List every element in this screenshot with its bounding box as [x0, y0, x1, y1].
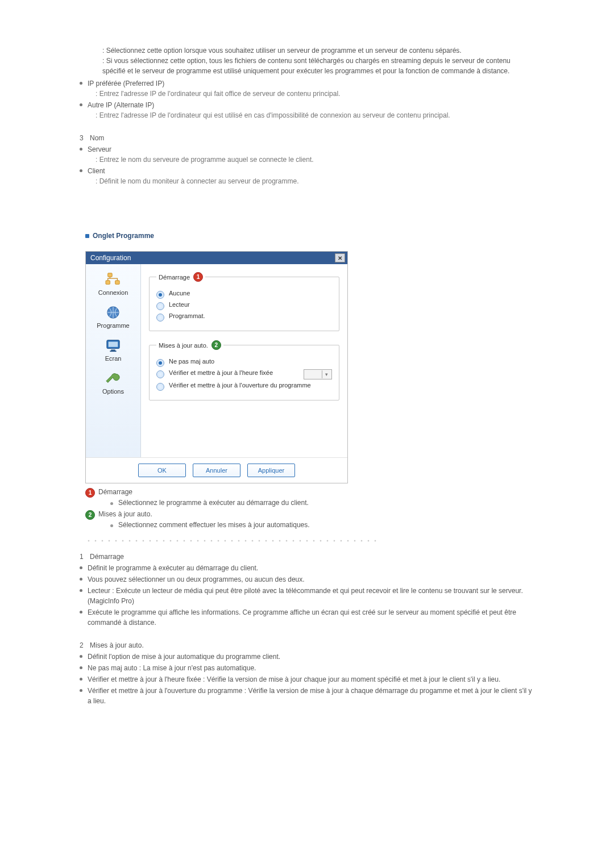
- section-1-title: Démarrage: [90, 553, 124, 561]
- radio-label: Lecteur: [169, 301, 190, 308]
- svg-rect-2: [115, 281, 119, 285]
- configuration-dialog: Configuration ✕ Connexion Programme Ecra…: [85, 251, 348, 483]
- sidebar-item-label: Connexion: [98, 289, 128, 296]
- network-icon: [105, 272, 122, 287]
- ip-preferred-desc: : Entrez l'adresse IP de l'ordinateur qu…: [88, 89, 534, 99]
- sidebar-item-connexion[interactable]: Connexion: [90, 272, 136, 296]
- group-maj-auto: Mises à jour auto. 2 Ne pas maj auto Vér…: [149, 340, 339, 400]
- group-maj-legend: Mises à jour auto.: [159, 342, 208, 349]
- section-2-list: Définit l'option de mise à jour automati…: [80, 652, 534, 706]
- dialog-panel: Démarrage 1 Aucune Lecteur Programmat.: [141, 264, 347, 457]
- radio-time-fixed[interactable]: Vérifier et mettre à jour à l'heure fixé…: [156, 369, 332, 379]
- dialog-title: Configuration: [90, 254, 131, 262]
- section-3-number: 3: [80, 134, 90, 142]
- radio-label: Programmat.: [169, 312, 205, 319]
- radio-aucune[interactable]: Aucune: [156, 290, 332, 299]
- ok-button[interactable]: OK: [138, 464, 186, 477]
- tab-heading: Onglet Programme: [85, 232, 534, 240]
- tab-heading-text: Onglet Programme: [93, 232, 154, 240]
- list-item: Ne pas maj auto : La mise à jour n'est p…: [80, 663, 534, 673]
- client-desc: : Définit le nom du moniteur à connecter…: [88, 176, 534, 186]
- radio-icon: [156, 302, 164, 310]
- radio-lecteur[interactable]: Lecteur: [156, 301, 332, 310]
- dialog-sidebar: Connexion Programme Ecran Options: [86, 264, 141, 457]
- svg-rect-6: [111, 349, 115, 350]
- radio-icon: [156, 370, 164, 378]
- sidebar-item-label: Ecran: [105, 355, 122, 362]
- dialog-titlebar[interactable]: Configuration ✕: [86, 252, 347, 264]
- dialog-button-row: OK Annuler Appliquer: [86, 457, 347, 483]
- badge-1-icon: 1: [193, 272, 203, 282]
- chevron-down-icon: ▾: [322, 370, 330, 378]
- radio-on-open[interactable]: Vérifier et mettre à jour à l'ouverture …: [156, 382, 332, 391]
- radio-icon: [156, 359, 164, 367]
- client-title: Client: [88, 167, 105, 175]
- radio-label: Vérifier et mettre à jour à l'ouverture …: [169, 382, 311, 389]
- intro-paragraph-2: : Si vous sélectionnez cette option, tou…: [102, 56, 534, 76]
- svg-rect-7: [110, 350, 116, 352]
- heading-dot-icon: [85, 234, 89, 238]
- group-demarrage: Démarrage 1 Aucune Lecteur Programmat.: [149, 272, 339, 331]
- close-icon[interactable]: ✕: [335, 253, 345, 262]
- dotted-divider: [85, 539, 381, 542]
- radio-icon: [156, 291, 164, 299]
- list-item: Définit le programme à exécuter au démar…: [80, 563, 534, 573]
- radio-programmat[interactable]: Programmat.: [156, 312, 332, 322]
- cancel-button[interactable]: Annuler: [193, 464, 240, 477]
- section-1-list: Définit le programme à exécuter au démar…: [80, 563, 534, 628]
- radio-label: Vérifier et mettre à jour à l'heure fixé…: [169, 369, 299, 376]
- radio-icon: [156, 314, 164, 322]
- note-1: 1 Démarrage: [85, 488, 534, 498]
- ip-list: IP préférée (Preferred IP) : Entrez l'ad…: [80, 78, 534, 120]
- section-2-number: 2: [80, 641, 90, 649]
- section-1-number: 1: [80, 553, 90, 561]
- sidebar-item-options[interactable]: Options: [90, 371, 136, 395]
- server-title: Serveur: [88, 145, 111, 153]
- sidebar-item-label: Options: [102, 388, 124, 395]
- radio-label: Ne pas maj auto: [169, 358, 214, 365]
- list-item: Lecteur : Exécute un lecteur de média qu…: [80, 586, 534, 606]
- note-2-desc: Sélectionnez comment effectuer les mises…: [110, 521, 534, 529]
- note-2-title: Mises à jour auto.: [98, 510, 152, 518]
- sidebar-item-ecran[interactable]: Ecran: [90, 338, 136, 362]
- monitor-icon: [105, 338, 122, 353]
- ip-alternate-desc: : Entrez l'adresse IP de l'ordinateur qu…: [88, 110, 534, 120]
- globe-icon: [105, 305, 122, 320]
- sidebar-item-programme[interactable]: Programme: [90, 305, 136, 329]
- list-item: Vérifier et mettre à jour à l'heure fixé…: [80, 674, 534, 685]
- note-1-title: Démarrage: [98, 488, 132, 496]
- badge-2-icon: 2: [85, 510, 95, 520]
- note-1-desc: Sélectionnez le programme à exécuter au …: [110, 499, 534, 507]
- section-3-list: Serveur : Entrez le nom du serveure de p…: [80, 144, 534, 186]
- apply-button[interactable]: Appliquer: [247, 464, 295, 477]
- svg-rect-1: [106, 281, 110, 285]
- badge-2-icon: 2: [211, 340, 221, 350]
- ip-preferred-title: IP préférée (Preferred IP): [88, 80, 164, 87]
- section-3-title: Nom: [90, 134, 104, 142]
- sidebar-item-label: Programme: [97, 322, 129, 329]
- radio-no-maj[interactable]: Ne pas maj auto: [156, 358, 332, 367]
- radio-label: Aucune: [169, 290, 190, 297]
- list-item: Définit l'option de mise à jour automati…: [80, 652, 534, 662]
- list-item: Exécute le programme qui affiche les inf…: [80, 607, 534, 628]
- group-demarrage-legend: Démarrage: [159, 274, 190, 281]
- radio-icon: [156, 383, 164, 391]
- section-2-title: Mises à jour auto.: [90, 641, 144, 649]
- note-2: 2 Mises à jour auto.: [85, 510, 534, 520]
- time-dropdown[interactable]: ▾: [304, 369, 332, 379]
- list-item: Vérifier et mettre à jour à l'ouverture …: [80, 686, 534, 706]
- intro-paragraph-1: : Sélectionnez cette option lorsque vous…: [102, 45, 534, 56]
- badge-1-icon: 1: [85, 488, 95, 498]
- ip-alternate-title: Autre IP (Alternate IP): [88, 101, 154, 109]
- wrench-icon: [105, 371, 122, 386]
- server-desc: : Entrez le nom du serveure de programme…: [88, 155, 534, 165]
- list-item: Vous pouvez sélectionner un ou deux prog…: [80, 574, 534, 585]
- svg-rect-5: [109, 342, 118, 347]
- svg-rect-0: [108, 273, 112, 277]
